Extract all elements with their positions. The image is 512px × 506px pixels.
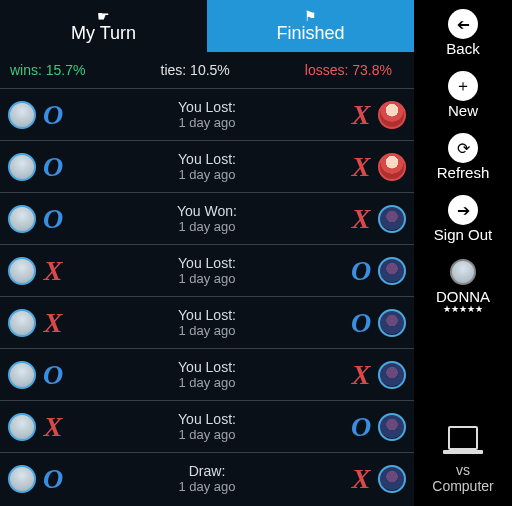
game-summary: You Lost:1 day ago <box>86 255 328 286</box>
mark-left: O <box>40 205 66 233</box>
result-text: You Lost: <box>86 359 328 375</box>
back-label: Back <box>446 40 479 57</box>
game-list: OYou Lost:1 day agoXOYou Lost:1 day agoX… <box>0 88 414 506</box>
mark-left: X <box>40 257 66 285</box>
game-row[interactable]: XYou Lost:1 day agoO <box>0 296 414 348</box>
player-left: X <box>8 413 86 441</box>
player-right: O <box>328 413 406 441</box>
sidebar: ➔ Back ＋ New ⟳ Refresh ➔ Sign Out DONNA … <box>414 0 512 506</box>
mark-left: O <box>40 361 66 389</box>
mark-right: O <box>348 257 374 285</box>
avatar-icon <box>378 361 406 389</box>
mark-right: X <box>348 361 374 389</box>
avatar-icon <box>8 153 36 181</box>
new-label: New <box>448 102 478 119</box>
result-text: You Lost: <box>86 99 328 115</box>
signout-label: Sign Out <box>434 226 492 243</box>
player-left: O <box>8 153 86 181</box>
player-right: X <box>328 361 406 389</box>
avatar-icon <box>378 465 406 493</box>
player-right: X <box>328 465 406 493</box>
time-text: 1 day ago <box>86 219 328 234</box>
player-left: O <box>8 465 86 493</box>
time-text: 1 day ago <box>86 427 328 442</box>
avatar-icon <box>8 309 36 337</box>
refresh-button[interactable]: ⟳ Refresh <box>437 133 490 181</box>
game-summary: You Lost:1 day ago <box>86 307 328 338</box>
player-left: O <box>8 205 86 233</box>
game-row[interactable]: XYou Lost:1 day agoO <box>0 400 414 452</box>
player-right: O <box>328 309 406 337</box>
tab-finished-label: Finished <box>276 23 344 43</box>
mark-left: O <box>40 465 66 493</box>
game-summary: You Won:1 day ago <box>86 203 328 234</box>
laptop-icon <box>443 426 483 454</box>
vs-label-2: Computer <box>432 478 493 494</box>
new-button[interactable]: ＋ New <box>448 71 478 119</box>
avatar-icon <box>8 413 36 441</box>
user-profile[interactable]: DONNA ★★★★★ <box>436 257 490 314</box>
mark-right: X <box>348 101 374 129</box>
game-row[interactable]: OYou Won:1 day agoX <box>0 192 414 244</box>
mark-right: O <box>348 413 374 441</box>
game-row[interactable]: OYou Lost:1 day agoX <box>0 140 414 192</box>
time-text: 1 day ago <box>86 479 328 494</box>
tabs: ☛ My Turn ⚑ Finished <box>0 0 414 52</box>
avatar-icon <box>378 413 406 441</box>
player-right: O <box>328 257 406 285</box>
avatar-icon <box>378 309 406 337</box>
flag-icon: ⚑ <box>304 9 317 23</box>
game-summary: You Lost:1 day ago <box>86 151 328 182</box>
mark-right: X <box>348 465 374 493</box>
avatar-icon <box>8 257 36 285</box>
mark-right: X <box>348 205 374 233</box>
refresh-icon: ⟳ <box>448 133 478 163</box>
result-text: You Lost: <box>86 411 328 427</box>
stat-losses: losses: 73.8% <box>305 62 392 78</box>
result-text: You Lost: <box>86 255 328 271</box>
mark-right: X <box>348 153 374 181</box>
time-text: 1 day ago <box>86 271 328 286</box>
game-row[interactable]: OYou Lost:1 day agoX <box>0 348 414 400</box>
back-button[interactable]: ➔ Back <box>446 9 479 57</box>
result-text: You Lost: <box>86 151 328 167</box>
tab-finished[interactable]: ⚑ Finished <box>207 0 414 52</box>
player-left: O <box>8 101 86 129</box>
avatar-icon <box>8 465 36 493</box>
mark-left: X <box>40 309 66 337</box>
mark-left: O <box>40 101 66 129</box>
signout-arrow-icon: ➔ <box>448 195 478 225</box>
mark-left: X <box>40 413 66 441</box>
game-row[interactable]: ODraw:1 day agoX <box>0 452 414 504</box>
player-right: X <box>328 205 406 233</box>
user-stars: ★★★★★ <box>443 304 483 314</box>
vs-computer-button[interactable]: vs Computer <box>432 426 493 494</box>
user-name: DONNA <box>436 288 490 305</box>
avatar-icon <box>378 205 406 233</box>
player-left: X <box>8 309 86 337</box>
game-summary: You Lost:1 day ago <box>86 99 328 130</box>
avatar-icon <box>378 101 406 129</box>
avatar-icon <box>8 361 36 389</box>
player-left: X <box>8 257 86 285</box>
back-arrow-icon: ➔ <box>448 9 478 39</box>
mark-left: O <box>40 153 66 181</box>
avatar-icon <box>8 205 36 233</box>
game-row[interactable]: XYou Lost:1 day agoO <box>0 244 414 296</box>
tab-my-turn[interactable]: ☛ My Turn <box>0 0 207 52</box>
avatar-icon <box>8 101 36 129</box>
result-text: You Lost: <box>86 307 328 323</box>
time-text: 1 day ago <box>86 167 328 182</box>
time-text: 1 day ago <box>86 115 328 130</box>
stats-bar: wins: 15.7% ties: 10.5% losses: 73.8% <box>0 52 414 88</box>
vs-label-1: vs <box>432 462 493 478</box>
player-left: O <box>8 361 86 389</box>
hand-icon: ☛ <box>97 9 110 23</box>
plus-icon: ＋ <box>448 71 478 101</box>
game-summary: You Lost:1 day ago <box>86 411 328 442</box>
signout-button[interactable]: ➔ Sign Out <box>434 195 492 243</box>
refresh-label: Refresh <box>437 164 490 181</box>
time-text: 1 day ago <box>86 323 328 338</box>
result-text: Draw: <box>86 463 328 479</box>
game-row[interactable]: OYou Lost:1 day agoX <box>0 88 414 140</box>
